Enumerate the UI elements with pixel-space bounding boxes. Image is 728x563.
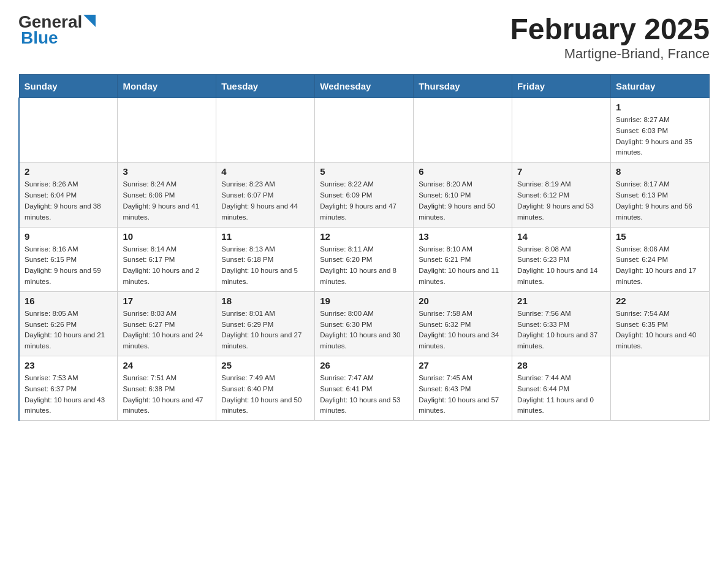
table-row: 27Sunrise: 7:45 AMSunset: 6:43 PMDayligh… (414, 356, 512, 421)
day-info: Sunrise: 7:45 AMSunset: 6:43 PMDaylight:… (419, 373, 507, 416)
table-row: 2Sunrise: 8:26 AMSunset: 6:04 PMDaylight… (19, 163, 118, 227)
day-number: 21 (517, 296, 605, 306)
day-info: Sunrise: 8:27 AMSunset: 6:03 PMDaylight:… (616, 115, 704, 158)
day-number: 22 (616, 296, 704, 306)
day-number: 3 (123, 166, 211, 177)
day-number: 18 (221, 296, 309, 306)
table-row (512, 98, 611, 163)
table-row: 28Sunrise: 7:44 AMSunset: 6:44 PMDayligh… (512, 356, 611, 421)
table-row: 15Sunrise: 8:06 AMSunset: 6:24 PMDayligh… (611, 227, 710, 291)
table-row: 25Sunrise: 7:49 AMSunset: 6:40 PMDayligh… (216, 356, 315, 421)
day-info: Sunrise: 8:08 AMSunset: 6:23 PMDaylight:… (517, 244, 605, 288)
day-info: Sunrise: 8:16 AMSunset: 6:15 PMDaylight:… (25, 244, 112, 288)
table-row: 13Sunrise: 8:10 AMSunset: 6:21 PMDayligh… (414, 227, 512, 291)
day-number: 6 (419, 166, 507, 177)
day-info: Sunrise: 8:14 AMSunset: 6:17 PMDaylight:… (123, 244, 211, 288)
col-thursday: Thursday (414, 75, 512, 98)
table-row: 14Sunrise: 8:08 AMSunset: 6:23 PMDayligh… (512, 227, 611, 291)
day-info: Sunrise: 8:26 AMSunset: 6:04 PMDaylight:… (25, 179, 112, 223)
day-number: 2 (25, 166, 112, 177)
day-number: 19 (320, 296, 408, 306)
table-row: 9Sunrise: 8:16 AMSunset: 6:15 PMDaylight… (19, 227, 118, 291)
calendar-week-row: 16Sunrise: 8:05 AMSunset: 6:26 PMDayligh… (19, 291, 710, 356)
table-row: 20Sunrise: 7:58 AMSunset: 6:32 PMDayligh… (414, 291, 512, 356)
col-tuesday: Tuesday (216, 75, 315, 98)
table-row: 17Sunrise: 8:03 AMSunset: 6:27 PMDayligh… (118, 291, 216, 356)
day-number: 12 (320, 231, 408, 242)
day-info: Sunrise: 8:11 AMSunset: 6:20 PMDaylight:… (320, 244, 408, 288)
day-number: 5 (320, 166, 408, 177)
day-info: Sunrise: 8:05 AMSunset: 6:26 PMDaylight:… (25, 308, 112, 352)
day-info: Sunrise: 7:56 AMSunset: 6:33 PMDaylight:… (517, 308, 605, 352)
page-header: General Blue February 2025 Martigne-Bria… (18, 12, 710, 62)
logo-blue-text: Blue (21, 28, 58, 48)
day-number: 7 (517, 166, 605, 177)
day-number: 16 (25, 296, 112, 306)
calendar-table: Sunday Monday Tuesday Wednesday Thursday… (18, 74, 710, 421)
day-number: 9 (25, 231, 112, 242)
table-row (315, 98, 414, 163)
calendar-week-row: 2Sunrise: 8:26 AMSunset: 6:04 PMDaylight… (19, 163, 710, 227)
day-info: Sunrise: 7:58 AMSunset: 6:32 PMDaylight:… (419, 308, 507, 352)
day-number: 27 (419, 360, 507, 370)
table-row: 10Sunrise: 8:14 AMSunset: 6:17 PMDayligh… (118, 227, 216, 291)
table-row: 11Sunrise: 8:13 AMSunset: 6:18 PMDayligh… (216, 227, 315, 291)
day-info: Sunrise: 8:01 AMSunset: 6:29 PMDaylight:… (221, 308, 309, 352)
calendar-title: February 2025 (510, 12, 710, 46)
table-row (216, 98, 315, 163)
table-row (611, 356, 710, 421)
day-number: 23 (25, 360, 112, 370)
logo: General Blue (18, 12, 96, 48)
day-info: Sunrise: 7:49 AMSunset: 6:40 PMDaylight:… (221, 373, 309, 416)
table-row: 18Sunrise: 8:01 AMSunset: 6:29 PMDayligh… (216, 291, 315, 356)
table-row: 4Sunrise: 8:23 AMSunset: 6:07 PMDaylight… (216, 163, 315, 227)
day-number: 4 (221, 166, 309, 177)
day-number: 20 (419, 296, 507, 306)
day-info: Sunrise: 7:47 AMSunset: 6:41 PMDaylight:… (320, 373, 408, 416)
day-number: 14 (517, 231, 605, 242)
table-row (118, 98, 216, 163)
day-number: 26 (320, 360, 408, 370)
calendar-week-row: 9Sunrise: 8:16 AMSunset: 6:15 PMDaylight… (19, 227, 710, 291)
day-info: Sunrise: 8:23 AMSunset: 6:07 PMDaylight:… (221, 179, 309, 223)
table-row: 19Sunrise: 8:00 AMSunset: 6:30 PMDayligh… (315, 291, 414, 356)
calendar-week-row: 23Sunrise: 7:53 AMSunset: 6:37 PMDayligh… (19, 356, 710, 421)
day-info: Sunrise: 8:06 AMSunset: 6:24 PMDaylight:… (616, 244, 704, 288)
logo-triangle-icon (83, 15, 96, 27)
day-number: 25 (221, 360, 309, 370)
day-info: Sunrise: 8:19 AMSunset: 6:12 PMDaylight:… (517, 179, 605, 223)
table-row: 23Sunrise: 7:53 AMSunset: 6:37 PMDayligh… (19, 356, 118, 421)
table-row: 7Sunrise: 8:19 AMSunset: 6:12 PMDaylight… (512, 163, 611, 227)
col-friday: Friday (512, 75, 611, 98)
day-number: 28 (517, 360, 605, 370)
table-row: 5Sunrise: 8:22 AMSunset: 6:09 PMDaylight… (315, 163, 414, 227)
day-info: Sunrise: 7:51 AMSunset: 6:38 PMDaylight:… (123, 373, 211, 416)
day-number: 24 (123, 360, 211, 370)
table-row: 3Sunrise: 8:24 AMSunset: 6:06 PMDaylight… (118, 163, 216, 227)
header-row: Sunday Monday Tuesday Wednesday Thursday… (19, 75, 710, 98)
table-row: 22Sunrise: 7:54 AMSunset: 6:35 PMDayligh… (611, 291, 710, 356)
table-row: 24Sunrise: 7:51 AMSunset: 6:38 PMDayligh… (118, 356, 216, 421)
col-wednesday: Wednesday (315, 75, 414, 98)
day-info: Sunrise: 7:54 AMSunset: 6:35 PMDaylight:… (616, 308, 704, 352)
col-sunday: Sunday (19, 75, 118, 98)
table-row: 1Sunrise: 8:27 AMSunset: 6:03 PMDaylight… (611, 98, 710, 163)
table-row: 26Sunrise: 7:47 AMSunset: 6:41 PMDayligh… (315, 356, 414, 421)
day-info: Sunrise: 8:17 AMSunset: 6:13 PMDaylight:… (616, 179, 704, 223)
day-info: Sunrise: 8:00 AMSunset: 6:30 PMDaylight:… (320, 308, 408, 352)
day-info: Sunrise: 8:10 AMSunset: 6:21 PMDaylight:… (419, 244, 507, 288)
table-row (414, 98, 512, 163)
day-number: 11 (221, 231, 309, 242)
day-info: Sunrise: 7:53 AMSunset: 6:37 PMDaylight:… (25, 373, 112, 416)
calendar-header: Sunday Monday Tuesday Wednesday Thursday… (19, 75, 710, 98)
calendar-subtitle: Martigne-Briand, France (510, 46, 710, 62)
col-saturday: Saturday (611, 75, 710, 98)
day-info: Sunrise: 8:13 AMSunset: 6:18 PMDaylight:… (221, 244, 309, 288)
day-number: 15 (616, 231, 704, 242)
day-number: 8 (616, 166, 704, 177)
svg-marker-0 (83, 15, 96, 27)
calendar-week-row: 1Sunrise: 8:27 AMSunset: 6:03 PMDaylight… (19, 98, 710, 163)
day-info: Sunrise: 8:03 AMSunset: 6:27 PMDaylight:… (123, 308, 211, 352)
day-number: 1 (616, 102, 704, 112)
day-number: 13 (419, 231, 507, 242)
